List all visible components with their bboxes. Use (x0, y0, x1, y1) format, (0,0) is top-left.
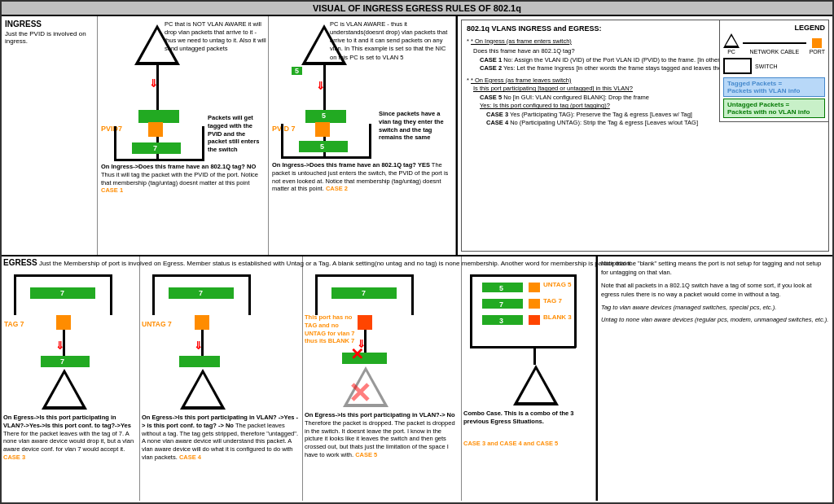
vlan7-e-col1: 7 (60, 289, 64, 297)
pvid-label-col2: PVID 7 (272, 125, 296, 133)
detail-e-col3: Therefore the packet is dropped. The pac… (305, 419, 455, 458)
ingress-diagram-col1: PC that is NOT VLAN AWARE it will drop v… (98, 16, 269, 255)
vlan5-label: 5 (292, 67, 302, 75)
on-ingress-col1: On Ingress->Does this frame have an 802.… (101, 163, 256, 170)
g-packet-e-col2 (179, 356, 220, 367)
egress-col3: 7 This port has no TAG and no UNTAG for … (303, 256, 462, 501)
vlan7-e-col3: 7 (362, 289, 366, 297)
h-top-col3 (315, 274, 413, 277)
egress-header-text: * On Egress (as frame leaves switch) (471, 77, 571, 84)
h-top-col4 (470, 274, 576, 277)
vlan7-packet-col1: 7 (60, 357, 64, 366)
untagged-label: Untagged Packets = (727, 101, 789, 108)
cross-pc-col3: ✕ (348, 377, 371, 410)
egress-yes-text: Yes: Is this port configured to tag (por… (480, 102, 610, 109)
combo-note-col4: Combo Case. This is a combo of the 3 pre… (463, 410, 594, 426)
since-note-col2: Since packets have a vlan tag they enter… (379, 110, 452, 142)
untagged-desc: Packets with no VLAN info (727, 108, 810, 116)
tag-label-col1: TAG 7 (4, 320, 24, 328)
egress-col2: 7 UNTAG 7 ⇓ On Egress->Is this port part… (140, 256, 303, 501)
pc-icon (723, 33, 740, 48)
pc-tri-e-col1 (42, 369, 87, 410)
desc-col2: On Ingress->Does this frame have an 802.… (272, 161, 453, 193)
detail-col1: Thus it will tag the packet with the PVI… (101, 171, 258, 186)
ingress-header-text: * On Ingress (as frame enters switch) (471, 37, 572, 45)
ingress-label-block: INGRESS Just the PVID is involved on ing… (2, 16, 98, 255)
rarr-e-col2: ⇓ (194, 340, 203, 352)
v3-col4: 3 (499, 317, 503, 325)
note-box: Note that the "blank" setting means the … (596, 256, 832, 501)
case3-label: CASE 3 (486, 111, 508, 118)
tagged-label: Tagged Packets = (727, 80, 782, 87)
desc-col1: On Ingress->Does this frame have an 802.… (101, 163, 264, 195)
note-tag-aware: Tag to vlan aware devices (managed switc… (601, 304, 829, 313)
ingress-section: INGRESS Just the PVID is involved on ing… (2, 16, 832, 256)
ingress-desc: Just the PVID is involved on ingress. (5, 30, 94, 45)
pc-desc-col1: PC that is NOT VLAN AWARE it will drop v… (165, 20, 266, 54)
egress-label-block: EGRESS Just the Membership of port is in… (3, 258, 714, 267)
untag5-label: UNTAG 5 (543, 281, 572, 288)
g-packet-e-col3 (342, 353, 387, 364)
blank-note-col3: This port has no TAG and no UNTAG for vl… (305, 313, 355, 345)
vlan5-in-packet: 5 (322, 112, 326, 120)
desc-e-col3: On Egress->Is this port participating in… (305, 411, 459, 459)
cases-text-col4: CASE 3 and CASE 4 and CASE 5 (463, 440, 558, 447)
on-egress-col1: On Egress->Is this port participating in… (3, 414, 131, 429)
hline-switch-col1 (114, 159, 204, 161)
cable-label: NETWORK CABLE (743, 49, 806, 55)
desc-e-col2: On Egress->Is this port participating in… (142, 414, 300, 462)
cable-line (743, 42, 806, 44)
case-e-col2: CASE 4 (179, 454, 201, 461)
page-title: VISUAL OF INGRESS EGRESS RULES OF 802.1q (2, 2, 832, 16)
detail-e-col1: There for the packet leaves with the tag… (3, 430, 134, 454)
case5-label: CASE 5 (480, 94, 502, 101)
case-e-col1: CASE 3 (3, 454, 25, 461)
case1-label: CASE 1 (480, 56, 502, 64)
v-left-col4 (470, 274, 472, 348)
orange-e-col1 (56, 315, 71, 330)
desc-e-col1: On Egress->Is this port participating in… (3, 414, 137, 462)
packets-note-col1: Packets will get tagged with the PVID an… (208, 114, 266, 154)
info-panel-ingress: 802.1q VLANS INGRESS and EGRESS: * * On … (456, 16, 832, 255)
cases-col4: CASE 3 and CASE 4 and CASE 5 (463, 440, 594, 448)
legend-port: PORT (810, 38, 825, 55)
case2-label: CASE 2 (480, 64, 502, 72)
legend-area: LEGEND PC NETWORK CABLE (719, 20, 829, 122)
pc-desc-col2: PC is VLAN AWARE - thus it understands(d… (330, 20, 452, 62)
pc-tri-e-col2 (180, 369, 226, 410)
ingress-diagram-col2: PC is VLAN AWARE - thus it understands(d… (269, 16, 456, 255)
v7-col4: 7 (499, 300, 503, 309)
rarr-e-col1: ⇓ (55, 340, 64, 352)
v-right-col2 (248, 274, 251, 315)
rarr-col2a: ⇓ (316, 80, 325, 92)
case4-label: CASE 4 (486, 119, 508, 126)
pc-tri-e-col4 (513, 365, 559, 405)
port5-col4 (529, 283, 540, 292)
legend-cable: NETWORK CABLE (743, 36, 806, 55)
tagged-legend-box: Tagged Packets = Packets with VLAN info (723, 77, 825, 97)
vlan5-in-switch: 5 (320, 142, 324, 151)
tagged-desc: Packets with VLAN info (727, 87, 800, 94)
pvid-label-col1: PVID7 (101, 125, 122, 133)
port-label: PORT (810, 49, 825, 55)
egress-label: EGRESS (3, 258, 37, 267)
case-col2: CASE 2 (326, 185, 348, 192)
v5-col4: 5 (499, 284, 503, 292)
vlan7-label-col1: 7 (153, 144, 157, 152)
hline-switch-col2 (281, 156, 371, 159)
egress-section: EGRESS Just the Membership of port is in… (2, 256, 832, 501)
legend-title: LEGEND (723, 24, 825, 32)
vlan7-e-col2: 7 (199, 289, 203, 297)
case2-text: Yes: Let the frame Ingress [in other wor… (503, 64, 742, 72)
on-ingress-col2: On Ingress->Does this frame have an 802.… (272, 161, 430, 169)
g-packet-e-col1 (41, 356, 90, 367)
v-left-col1 (14, 274, 16, 315)
h-bot-col4 (470, 346, 576, 348)
h-top-col1 (14, 274, 112, 277)
egress-col1: 7 TAG 7 ⇓ 7 On Egress->Is this port part… (2, 256, 140, 501)
case4-text: No (Participating UNTAG): Strip the Tag … (510, 119, 698, 126)
port-icon (812, 38, 822, 48)
blank3-label: BLANK 3 (543, 313, 572, 321)
vline-left-col2 (281, 124, 283, 159)
v-left-col2 (152, 274, 155, 315)
